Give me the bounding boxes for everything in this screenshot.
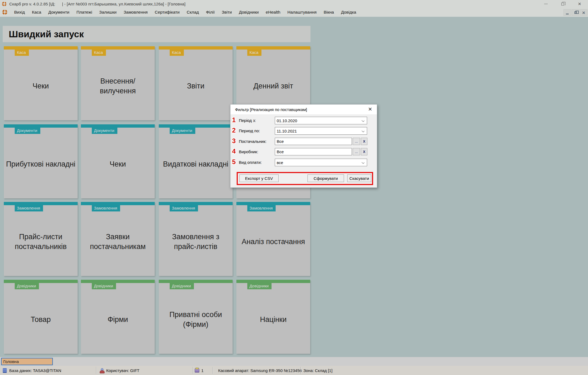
tile-accent-strip [4,124,78,128]
tile-accent-strip [159,202,233,205]
tile-accent-strip [81,202,155,205]
tile-accent-strip [4,202,78,205]
period-to-combobox[interactable] [275,127,367,135]
mdi-minimize-icon [566,14,569,14]
database-text: База даних: TASA3@TITAN [9,368,61,373]
titlebar: Скарб pro v. 4.0.2.85 [ІД: | - [Апт №003… [0,0,588,8]
tile-accent-strip [81,46,155,50]
cancel-button[interactable]: Скасувати [347,174,371,182]
tile-accent-strip [159,46,233,50]
menu-dovidka[interactable]: Довідка [337,8,360,17]
menubar: Вихід Каса Документи Платежі Залишки Зам… [0,8,588,17]
chevron-down-icon [362,119,364,122]
payment-type-combobox[interactable] [275,159,367,166]
supplier-browse-button[interactable]: ... [353,138,360,145]
dialog-titlebar[interactable]: Фильтр [Реализация по поставщикам] × [230,104,377,114]
close-button[interactable]: × [571,0,588,8]
menu-zalyshky[interactable]: Залишки [96,8,120,17]
menu-dokumenty[interactable]: Документи [45,8,73,17]
tile-accent-strip [4,280,78,283]
supplier-clear-button[interactable]: X [361,138,367,145]
cash-register-icon [195,368,199,373]
tile-zamovlennya-z-price-lystiv[interactable]: Замовлення Замовлення з прайс-листів [159,202,233,276]
tile-vydatkovi-nakladni[interactable]: Документи Видаткові накладні [159,124,233,198]
tile-vnesennya-vyluchennya[interactable]: Каса Внесення/вилучення [81,46,155,120]
dialog-title: Фильтр [Реализация по поставщикам] [235,107,307,112]
tile-pryvatni-osoby[interactable]: Довідники Приватні особи (Фірми) [159,280,233,354]
period-from-combobox[interactable] [275,117,367,124]
manufacturer-browse-button[interactable]: ... [353,148,360,155]
window-title: Скарб pro v. 4.0.2.85 [ІД: | - [Апт №003… [9,2,185,6]
supplier-input[interactable] [275,138,352,145]
period-to-input[interactable] [275,127,357,134]
tile-price-lysty-postachalnykiv[interactable]: Замовлення Прайс-листи постачальників [4,202,78,276]
menu-platezhi[interactable]: Платежі [73,8,96,17]
statusbar: База даних: TASA3@TITAN Користувач: GIFT… [0,366,588,375]
manufacturer-label: Виробник: [239,149,258,154]
menu-sklad[interactable]: Склад [183,8,202,17]
tile-tovar[interactable]: Довідники Товар [4,280,78,354]
manufacturer-input[interactable] [275,148,352,155]
tile-cheky-kasa[interactable]: Каса Чеки [4,46,78,120]
page-title: Швидкий запуск [9,29,84,39]
tile-zvity-kasa[interactable]: Каса Звіти [159,46,233,120]
menu-nalashtuvannya[interactable]: Налаштування [284,8,320,17]
quick-launch-header: Швидкий запуск [3,26,310,42]
mdi-close-button[interactable]: × [580,9,587,16]
menu-dovidnyky[interactable]: Довідники [235,8,262,17]
menu-zvity[interactable]: Звіти [218,8,235,17]
annotation-number-1: 1 [232,116,236,124]
cash-register-text: Касовий апарат: Samsung ER-350 №123456 [218,368,302,373]
manufacturer-clear-button[interactable]: X [361,148,367,155]
annotation-number-4: 4 [232,147,236,155]
tile-firmy[interactable]: Довідники Фірми [81,280,155,354]
mdi-minimize-button[interactable] [563,9,571,16]
tab-strip: Головна [0,357,588,366]
restore-button[interactable] [554,0,571,8]
close-icon: × [578,1,581,7]
period-from-label: Період з: [239,118,256,123]
menu-sertyfikaty[interactable]: Сертифікати [151,8,183,17]
minimize-button[interactable] [537,0,554,8]
period-from-input[interactable] [275,117,357,124]
mdi-restore-button[interactable] [572,9,579,16]
export-csv-button[interactable]: Експорт у CSV [239,174,279,182]
menu-filii[interactable]: Філії [202,8,218,17]
tile-accent-strip [81,280,155,283]
menu-zamovlennya[interactable]: Замовлення [120,8,151,17]
tile-prybutkovi-nakladni[interactable]: Документи Прибуткові накладні [4,124,78,198]
menu-ehealth[interactable]: eHealth [262,8,284,17]
restore-icon [561,3,564,5]
minimize-icon [544,4,548,4]
tab-holovna[interactable]: Головна [1,358,53,365]
tile-zayavky-postachalnykam[interactable]: Замовлення Заявки постачальникам [81,202,155,276]
annotation-number-2: 2 [232,127,236,134]
menu-vikna[interactable]: Вікна [320,8,337,17]
tile-accent-strip [159,124,233,128]
payment-type-label: Вид оплати: [239,160,262,165]
supplier-label: Постачальник: [239,139,266,144]
payment-type-input[interactable] [275,159,357,166]
tile-cheky-dokumenty[interactable]: Документи Чеки [81,124,155,198]
tile-accent-strip [236,46,310,50]
annotation-number-3: 3 [232,137,236,145]
user-icon [100,368,104,373]
tile-accent-strip [236,202,310,205]
tile-analiz-postachannya[interactable]: Замовлення Аналіз постачання [236,202,310,276]
tile-accent-strip [159,280,233,283]
tile-nacinky[interactable]: Довідники Націнки [236,280,310,354]
chevron-down-icon [362,130,364,132]
statusbar-zone-panel: Зона: Склад [1] [301,366,333,375]
menu-vykhid[interactable]: Вихід [11,8,28,17]
user-text: Користувач: GIFT [106,368,139,373]
generate-button[interactable]: Сформувати [307,174,344,182]
menu-kasa[interactable]: Каса [28,8,45,17]
filter-dialog: Фильтр [Реализация по поставщикам] × 1 П… [230,104,377,188]
dialog-close-button[interactable]: × [366,105,374,113]
zone-text: Зона: Склад [1] [303,368,333,373]
statusbar-database-panel: База даних: TASA3@TITAN [0,366,96,375]
count-text: 1 [201,368,203,373]
tile-accent-strip [236,280,310,283]
statusbar-user-panel: Користувач: GIFT [96,366,193,375]
statusbar-count-panel: 1 [193,366,213,375]
